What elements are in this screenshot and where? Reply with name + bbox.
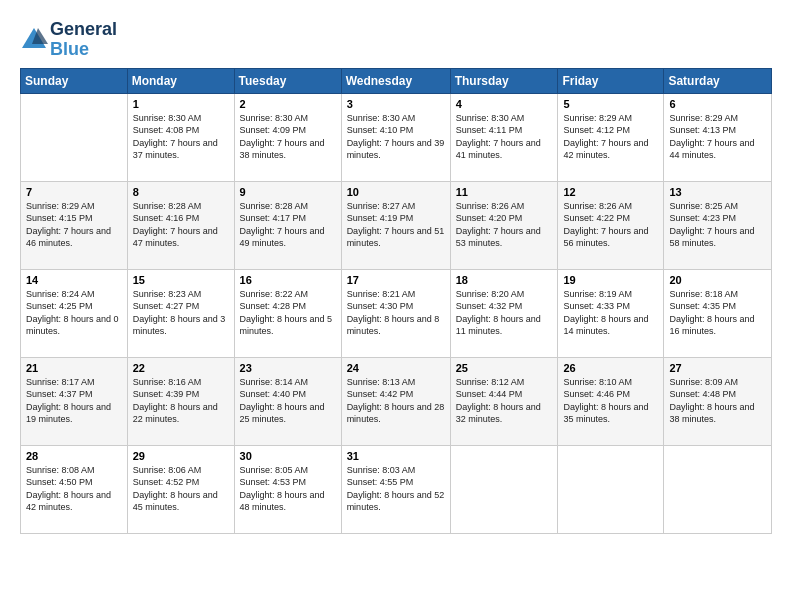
day-cell: 1Sunrise: 8:30 AMSunset: 4:08 PMDaylight… [127, 93, 234, 181]
day-info: Sunrise: 8:19 AMSunset: 4:33 PMDaylight:… [563, 288, 658, 338]
day-info: Sunrise: 8:09 AMSunset: 4:48 PMDaylight:… [669, 376, 766, 426]
day-cell: 4Sunrise: 8:30 AMSunset: 4:11 PMDaylight… [450, 93, 558, 181]
header-sunday: Sunday [21, 68, 128, 93]
day-cell: 2Sunrise: 8:30 AMSunset: 4:09 PMDaylight… [234, 93, 341, 181]
day-info: Sunrise: 8:10 AMSunset: 4:46 PMDaylight:… [563, 376, 658, 426]
day-number: 18 [456, 274, 553, 286]
day-cell [450, 445, 558, 533]
day-number: 26 [563, 362, 658, 374]
day-number: 14 [26, 274, 122, 286]
day-info: Sunrise: 8:12 AMSunset: 4:44 PMDaylight:… [456, 376, 553, 426]
day-info: Sunrise: 8:25 AMSunset: 4:23 PMDaylight:… [669, 200, 766, 250]
day-cell [664, 445, 772, 533]
day-cell: 29Sunrise: 8:06 AMSunset: 4:52 PMDayligh… [127, 445, 234, 533]
day-info: Sunrise: 8:29 AMSunset: 4:13 PMDaylight:… [669, 112, 766, 162]
week-row-3: 14Sunrise: 8:24 AMSunset: 4:25 PMDayligh… [21, 269, 772, 357]
header-wednesday: Wednesday [341, 68, 450, 93]
day-info: Sunrise: 8:06 AMSunset: 4:52 PMDaylight:… [133, 464, 229, 514]
day-cell: 22Sunrise: 8:16 AMSunset: 4:39 PMDayligh… [127, 357, 234, 445]
day-cell: 18Sunrise: 8:20 AMSunset: 4:32 PMDayligh… [450, 269, 558, 357]
day-number: 12 [563, 186, 658, 198]
day-number: 11 [456, 186, 553, 198]
day-info: Sunrise: 8:30 AMSunset: 4:10 PMDaylight:… [347, 112, 445, 162]
day-cell: 5Sunrise: 8:29 AMSunset: 4:12 PMDaylight… [558, 93, 664, 181]
day-number: 4 [456, 98, 553, 110]
day-number: 1 [133, 98, 229, 110]
header: GeneralBlue [20, 16, 772, 60]
day-cell: 10Sunrise: 8:27 AMSunset: 4:19 PMDayligh… [341, 181, 450, 269]
day-cell: 16Sunrise: 8:22 AMSunset: 4:28 PMDayligh… [234, 269, 341, 357]
header-monday: Monday [127, 68, 234, 93]
calendar-table: SundayMondayTuesdayWednesdayThursdayFrid… [20, 68, 772, 534]
week-row-1: 1Sunrise: 8:30 AMSunset: 4:08 PMDaylight… [21, 93, 772, 181]
day-info: Sunrise: 8:30 AMSunset: 4:08 PMDaylight:… [133, 112, 229, 162]
day-number: 19 [563, 274, 658, 286]
day-info: Sunrise: 8:23 AMSunset: 4:27 PMDaylight:… [133, 288, 229, 338]
day-info: Sunrise: 8:21 AMSunset: 4:30 PMDaylight:… [347, 288, 445, 338]
day-number: 16 [240, 274, 336, 286]
header-tuesday: Tuesday [234, 68, 341, 93]
day-number: 8 [133, 186, 229, 198]
day-cell: 7Sunrise: 8:29 AMSunset: 4:15 PMDaylight… [21, 181, 128, 269]
day-info: Sunrise: 8:28 AMSunset: 4:17 PMDaylight:… [240, 200, 336, 250]
header-saturday: Saturday [664, 68, 772, 93]
day-number: 5 [563, 98, 658, 110]
day-number: 27 [669, 362, 766, 374]
day-number: 17 [347, 274, 445, 286]
day-cell: 31Sunrise: 8:03 AMSunset: 4:55 PMDayligh… [341, 445, 450, 533]
day-cell: 25Sunrise: 8:12 AMSunset: 4:44 PMDayligh… [450, 357, 558, 445]
day-cell: 14Sunrise: 8:24 AMSunset: 4:25 PMDayligh… [21, 269, 128, 357]
day-cell: 8Sunrise: 8:28 AMSunset: 4:16 PMDaylight… [127, 181, 234, 269]
day-cell: 24Sunrise: 8:13 AMSunset: 4:42 PMDayligh… [341, 357, 450, 445]
day-cell: 17Sunrise: 8:21 AMSunset: 4:30 PMDayligh… [341, 269, 450, 357]
day-info: Sunrise: 8:14 AMSunset: 4:40 PMDaylight:… [240, 376, 336, 426]
day-number: 30 [240, 450, 336, 462]
header-thursday: Thursday [450, 68, 558, 93]
day-cell: 15Sunrise: 8:23 AMSunset: 4:27 PMDayligh… [127, 269, 234, 357]
day-cell [558, 445, 664, 533]
calendar-header-row: SundayMondayTuesdayWednesdayThursdayFrid… [21, 68, 772, 93]
day-cell: 27Sunrise: 8:09 AMSunset: 4:48 PMDayligh… [664, 357, 772, 445]
logo-text: GeneralBlue [50, 20, 117, 60]
header-friday: Friday [558, 68, 664, 93]
day-info: Sunrise: 8:26 AMSunset: 4:20 PMDaylight:… [456, 200, 553, 250]
logo-icon [20, 26, 48, 54]
day-info: Sunrise: 8:28 AMSunset: 4:16 PMDaylight:… [133, 200, 229, 250]
page: GeneralBlue SundayMondayTuesdayWednesday… [0, 0, 792, 612]
day-info: Sunrise: 8:16 AMSunset: 4:39 PMDaylight:… [133, 376, 229, 426]
week-row-2: 7Sunrise: 8:29 AMSunset: 4:15 PMDaylight… [21, 181, 772, 269]
day-number: 3 [347, 98, 445, 110]
day-cell: 19Sunrise: 8:19 AMSunset: 4:33 PMDayligh… [558, 269, 664, 357]
day-info: Sunrise: 8:26 AMSunset: 4:22 PMDaylight:… [563, 200, 658, 250]
day-info: Sunrise: 8:18 AMSunset: 4:35 PMDaylight:… [669, 288, 766, 338]
day-cell [21, 93, 128, 181]
day-info: Sunrise: 8:13 AMSunset: 4:42 PMDaylight:… [347, 376, 445, 426]
day-info: Sunrise: 8:29 AMSunset: 4:12 PMDaylight:… [563, 112, 658, 162]
day-cell: 28Sunrise: 8:08 AMSunset: 4:50 PMDayligh… [21, 445, 128, 533]
day-info: Sunrise: 8:30 AMSunset: 4:09 PMDaylight:… [240, 112, 336, 162]
day-info: Sunrise: 8:20 AMSunset: 4:32 PMDaylight:… [456, 288, 553, 338]
day-number: 20 [669, 274, 766, 286]
day-cell: 9Sunrise: 8:28 AMSunset: 4:17 PMDaylight… [234, 181, 341, 269]
day-cell: 21Sunrise: 8:17 AMSunset: 4:37 PMDayligh… [21, 357, 128, 445]
day-number: 25 [456, 362, 553, 374]
day-number: 10 [347, 186, 445, 198]
day-number: 6 [669, 98, 766, 110]
day-cell: 26Sunrise: 8:10 AMSunset: 4:46 PMDayligh… [558, 357, 664, 445]
day-cell: 23Sunrise: 8:14 AMSunset: 4:40 PMDayligh… [234, 357, 341, 445]
day-info: Sunrise: 8:24 AMSunset: 4:25 PMDaylight:… [26, 288, 122, 338]
day-cell: 12Sunrise: 8:26 AMSunset: 4:22 PMDayligh… [558, 181, 664, 269]
day-info: Sunrise: 8:03 AMSunset: 4:55 PMDaylight:… [347, 464, 445, 514]
day-number: 29 [133, 450, 229, 462]
day-cell: 6Sunrise: 8:29 AMSunset: 4:13 PMDaylight… [664, 93, 772, 181]
day-cell: 3Sunrise: 8:30 AMSunset: 4:10 PMDaylight… [341, 93, 450, 181]
day-number: 28 [26, 450, 122, 462]
day-info: Sunrise: 8:17 AMSunset: 4:37 PMDaylight:… [26, 376, 122, 426]
day-cell: 20Sunrise: 8:18 AMSunset: 4:35 PMDayligh… [664, 269, 772, 357]
day-info: Sunrise: 8:27 AMSunset: 4:19 PMDaylight:… [347, 200, 445, 250]
day-number: 24 [347, 362, 445, 374]
day-number: 31 [347, 450, 445, 462]
logo: GeneralBlue [20, 20, 117, 60]
day-info: Sunrise: 8:05 AMSunset: 4:53 PMDaylight:… [240, 464, 336, 514]
day-number: 7 [26, 186, 122, 198]
